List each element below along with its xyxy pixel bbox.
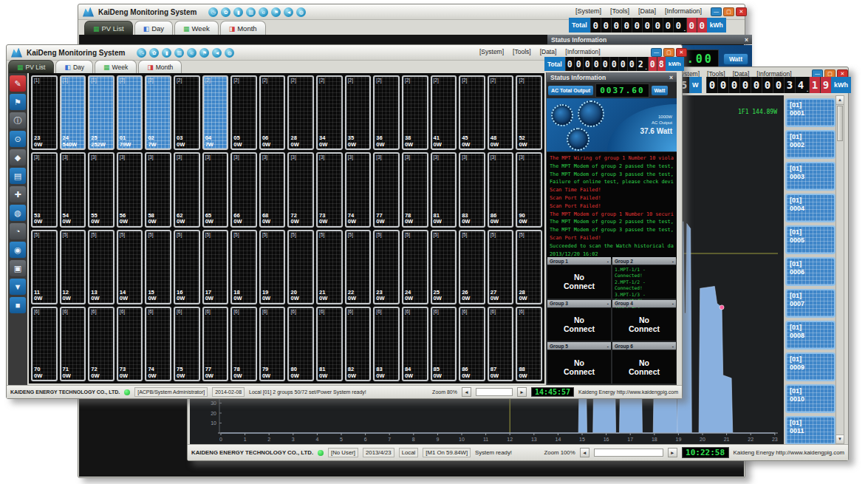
pin-icon[interactable]: ⚑ (199, 48, 209, 58)
pv-tile[interactable]: [6]830W (373, 307, 400, 381)
zoom-in-button[interactable]: ► (668, 448, 677, 457)
scroll-down-icon[interactable]: ▼ (836, 434, 844, 443)
pv-tile[interactable]: [2]047W (202, 75, 229, 150)
pv-tile[interactable]: [5]270W (488, 230, 514, 304)
device-item[interactable]: [01]0011 (785, 416, 835, 445)
back-icon[interactable]: ◄ (284, 7, 293, 17)
close-icon[interactable]: × (669, 74, 673, 81)
collapse-icon[interactable]: - (672, 259, 674, 264)
pv-tile[interactable]: [3]550W (88, 152, 115, 227)
export-icon[interactable]: ℮ (187, 48, 197, 58)
pv-tile[interactable]: [3]540W (60, 152, 86, 227)
collapse-icon[interactable]: - (672, 301, 674, 306)
close-button[interactable]: ✕ (736, 7, 747, 16)
device-item[interactable]: [01]0010 (785, 384, 835, 413)
pv-tile[interactable]: [5]230W (373, 230, 400, 304)
pv-tile[interactable]: [3]860W (488, 152, 514, 227)
tab-pv-list[interactable]: ▦PV List (8, 60, 54, 73)
pv-tile[interactable]: [2]380W (402, 75, 428, 150)
pv-tile[interactable]: [6]770W (202, 307, 229, 381)
pv-tile[interactable]: [5]260W (459, 230, 485, 304)
pv-tile[interactable]: [3]660W (230, 152, 257, 227)
pv-tile[interactable]: [2]480W (488, 75, 514, 150)
edit-button[interactable]: ✎ (10, 75, 26, 92)
pv-tile[interactable]: [3]900W (516, 152, 542, 227)
device-item[interactable]: [01]0003 (785, 162, 835, 191)
pv-tile[interactable]: [6]740W (145, 307, 171, 381)
pv-tile[interactable]: [3]580W (145, 152, 171, 227)
group-header[interactable]: Group 6- (612, 342, 676, 350)
maximize-button[interactable]: ▢ (723, 7, 734, 16)
pv-tile[interactable]: [3]740W (345, 152, 372, 227)
web-icon[interactable]: ◍ (296, 7, 306, 17)
tab-day[interactable]: ◧Day (134, 21, 173, 35)
pv-tile[interactable]: [6]710W (60, 307, 86, 381)
maximize-button[interactable]: ▢ (663, 48, 674, 57)
gear-icon[interactable]: ✿ (221, 7, 230, 17)
info-button[interactable]: ⓘ (10, 112, 26, 129)
pv-tile[interactable]: [2]0179W (117, 75, 143, 150)
pv-tile[interactable]: [5]180W (230, 230, 257, 304)
menu-data[interactable]: [Data] (540, 48, 557, 55)
device-item[interactable]: [01]0002 (785, 130, 835, 159)
pv-tile[interactable]: [2]360W (373, 75, 400, 150)
pv-tile[interactable]: [3]680W (259, 152, 286, 227)
zoom-in-button[interactable]: ► (517, 387, 527, 397)
flag-button[interactable]: ⚑ (10, 94, 26, 110)
scroll-up-icon[interactable]: ▲ (836, 96, 844, 105)
settings-button[interactable]: ◆ (10, 149, 26, 166)
health-button[interactable]: ✚ (10, 186, 26, 202)
pv-tile[interactable]: [6]790W (259, 307, 286, 381)
pv-tile[interactable]: [1]25252W (88, 75, 115, 150)
tab-day[interactable]: ◧Day (55, 60, 93, 73)
group-header[interactable]: Group 1- (547, 257, 611, 265)
camera-button[interactable]: ▣ (10, 260, 26, 276)
pv-tile[interactable]: [6]880W (516, 307, 542, 381)
lock-icon[interactable]: ▮ (162, 48, 171, 58)
pv-tile[interactable]: [5]150W (145, 230, 171, 304)
globe-button[interactable]: ◍ (10, 205, 26, 221)
pv-tile[interactable]: [2]050W (230, 75, 257, 150)
group-header[interactable]: Group 3- (547, 300, 611, 307)
pv-tile[interactable]: [3]650W (202, 152, 229, 227)
scroll-thumb[interactable] (837, 106, 843, 141)
pv-tile[interactable]: [5]240W (402, 230, 428, 304)
pv-tile[interactable]: [5]250W (431, 230, 457, 304)
power-button[interactable]: ⊙ (10, 131, 26, 147)
pv-tile[interactable]: [6]860W (459, 307, 485, 381)
zoom-slider[interactable] (476, 388, 513, 396)
pv-tile[interactable]: [1]24540W (60, 75, 86, 150)
pv-tile[interactable]: [5]110W (31, 230, 58, 304)
menu-system[interactable]: [System] (479, 48, 504, 55)
scroll-track[interactable] (836, 142, 844, 434)
pv-tile[interactable]: [5]130W (88, 230, 115, 304)
menu-tools[interactable]: [Tools] (513, 48, 531, 55)
tab-week[interactable]: ▦Week (95, 60, 137, 73)
pv-tile[interactable]: [5]220W (345, 230, 372, 304)
tab-month[interactable]: ◨Month (138, 60, 182, 73)
group-header[interactable]: Group 4- (612, 300, 676, 307)
pv-tile[interactable]: [6]820W (345, 307, 372, 381)
device-item[interactable]: [01]0004 (785, 194, 835, 222)
collapse-icon[interactable]: - (607, 259, 609, 264)
pv-tile[interactable]: [5]280W (516, 230, 542, 304)
close-icon[interactable]: × (745, 36, 748, 44)
device-item[interactable]: [01]0007 (785, 289, 835, 318)
disk-button[interactable]: ■ (10, 297, 26, 313)
minimize-button[interactable]: — (651, 48, 662, 57)
panel-icon[interactable]: ▥ (174, 48, 184, 58)
pv-tile[interactable]: [2]030W (174, 75, 200, 150)
pv-tile[interactable]: [3]720W (287, 152, 314, 227)
pv-tile[interactable]: [2]340W (316, 75, 343, 150)
pv-tile[interactable]: [3]560W (117, 152, 143, 227)
pv-tile[interactable]: [3]530W (31, 152, 58, 227)
menu-system[interactable]: [System] (575, 7, 601, 15)
pv-tile[interactable]: [3]830W (459, 152, 485, 227)
pv-tile[interactable]: [5]140W (117, 230, 143, 304)
back-icon[interactable]: ◄ (212, 48, 222, 58)
pv-tile[interactable]: [1]230W (31, 75, 58, 150)
device-item[interactable]: [01]0009 (785, 352, 835, 381)
device-item[interactable]: [01]0008 (785, 321, 835, 350)
pv-tile[interactable]: [6]750W (174, 307, 200, 381)
network-button[interactable]: ◉ (10, 242, 26, 258)
